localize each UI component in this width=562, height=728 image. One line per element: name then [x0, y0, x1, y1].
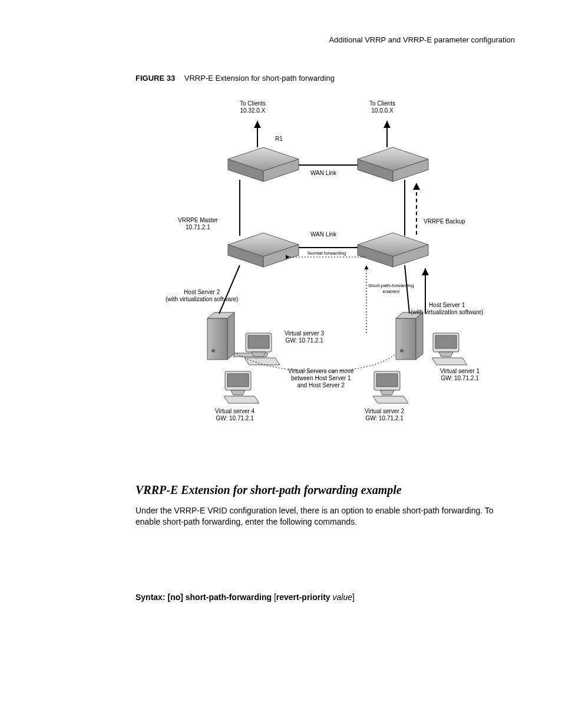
- svg-rect-26: [227, 374, 249, 387]
- label-vrrpe-master: VRRPE Master 10.71.2.1: [178, 217, 218, 231]
- label-wan-lower: WAN Link: [310, 231, 336, 238]
- svg-rect-30: [435, 335, 457, 348]
- label-host-server-2: Host Server 2 (with virtualization softw…: [166, 289, 238, 303]
- label-to-clients-right: To Clients 10.0.0.X: [369, 100, 395, 114]
- label-host-server-1: Host Server 1 (with virtualization softw…: [411, 302, 483, 316]
- syntax-line: Syntax: [no] short-path-forwarding [reve…: [135, 592, 509, 602]
- svg-marker-14: [227, 312, 234, 360]
- svg-marker-18: [416, 312, 423, 360]
- svg-marker-35: [380, 390, 394, 395]
- svg-rect-16: [396, 318, 416, 360]
- svg-marker-36: [373, 396, 408, 403]
- svg-rect-12: [207, 318, 227, 360]
- syntax-prefix: Syntax:: [135, 592, 166, 602]
- svg-marker-28: [224, 396, 259, 403]
- syntax-cmd: [no] short-path-forwarding: [166, 592, 272, 602]
- running-header: Additional VRRP and VRRP-E parameter con…: [35, 35, 515, 44]
- label-vs-move: Virtual Servers can move between Host Se…: [288, 368, 354, 389]
- syntax-option-keyword: revert-priority: [276, 592, 330, 602]
- label-r1: R1: [275, 136, 283, 143]
- figure-title: VRRP-E Extension for short-path forwardi…: [184, 74, 335, 83]
- svg-marker-32: [432, 358, 467, 365]
- svg-marker-23: [252, 352, 266, 357]
- svg-point-19: [400, 349, 404, 353]
- label-normal-forwarding: Normal forwarding: [308, 251, 346, 256]
- syntax-option-close: ]: [352, 592, 355, 602]
- label-to-clients-left: To Clients 10.32.0.X: [240, 100, 266, 114]
- syntax-option-open: [: [272, 592, 276, 602]
- label-virtual-server-2: Virtual server 2 GW: 10.71.2.1: [365, 408, 404, 422]
- label-virtual-server-4: Virtual server 4 GW: 10.71.2.1: [215, 408, 254, 422]
- svg-rect-21: [248, 335, 269, 348]
- syntax-option-value: value: [330, 592, 352, 602]
- label-virtual-server-1: Virtual server 1 GW: 10.71.2.1: [440, 368, 480, 382]
- svg-marker-27: [231, 390, 245, 395]
- section-heading: VRRP-E Extension for short-path forwardi…: [135, 483, 509, 497]
- svg-rect-34: [376, 374, 398, 387]
- figure-caption: FIGURE 33 VRRP-E Extension for short-pat…: [135, 74, 509, 83]
- figure-label: FIGURE 33: [135, 74, 175, 83]
- label-virtual-server-3: Virtual server 3 GW: 10.71.2.1: [285, 330, 324, 344]
- body-paragraph: Under the VRRP-E VRID configuration leve…: [135, 505, 509, 528]
- label-vrrpe-backup: VRRPE Backup: [424, 218, 465, 225]
- svg-marker-31: [439, 352, 453, 357]
- label-short-path-enabled: Short-path-forwarding enabled: [368, 283, 414, 294]
- label-wan-upper: WAN Link: [310, 170, 336, 177]
- svg-point-15: [211, 349, 215, 353]
- figure-diagram: To Clients 10.32.0.X To Clients 10.0.0.X…: [157, 100, 487, 466]
